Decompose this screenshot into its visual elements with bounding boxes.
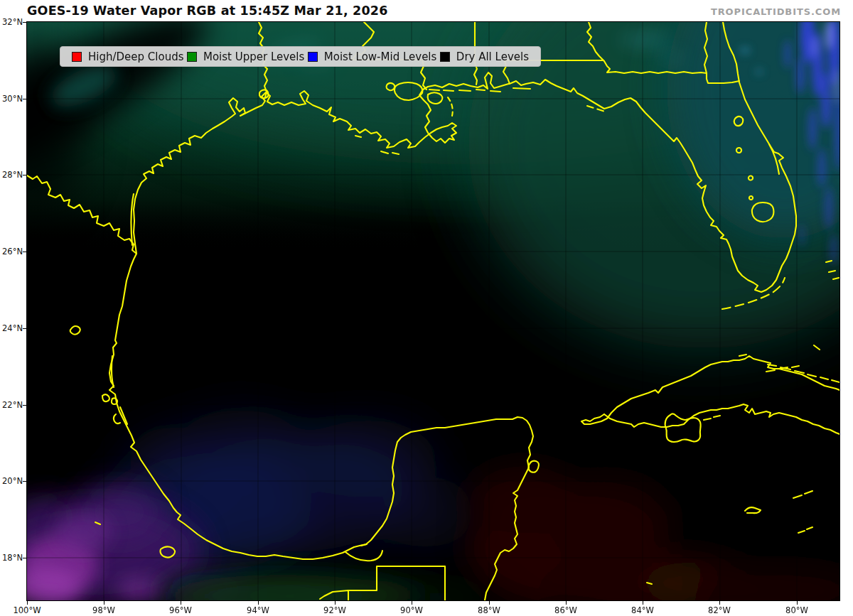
lon-tick-label: 80°W bbox=[776, 605, 818, 615]
lat-tick bbox=[23, 481, 27, 482]
legend-item-dry-all-levels: Dry All Levels bbox=[440, 50, 529, 63]
lat-tick-label: 26°N bbox=[0, 247, 23, 256]
lat-tick bbox=[23, 175, 27, 175]
lat-tick-label: 30°N bbox=[0, 94, 23, 104]
legend-label: Moist Low-Mid Levels bbox=[324, 50, 437, 63]
lat-tick bbox=[23, 252, 27, 252]
lat-tick-label: 28°N bbox=[0, 170, 23, 180]
lat-tick-label: 24°N bbox=[0, 323, 23, 333]
legend-label: Dry All Levels bbox=[456, 50, 529, 63]
lat-tick bbox=[23, 99, 27, 99]
lon-tick-label: 84°W bbox=[621, 605, 664, 615]
lat-tick bbox=[23, 558, 27, 558]
legend-swatch-red bbox=[72, 52, 82, 62]
legend-swatch-green bbox=[187, 52, 197, 62]
lon-tick-label: 88°W bbox=[468, 605, 510, 615]
lon-tick-label: 90°W bbox=[390, 605, 433, 615]
legend-item-moist-low-mid: Moist Low-Mid Levels bbox=[308, 50, 437, 63]
lat-tick-label: 22°N bbox=[0, 400, 23, 410]
lon-tick-label: 82°W bbox=[698, 605, 741, 615]
lon-tick-label: 98°W bbox=[82, 605, 125, 615]
map-canvas bbox=[27, 22, 839, 600]
map-frame: High/Deep Clouds Moist Upper Levels Mois… bbox=[26, 21, 840, 601]
lat-tick-label: 18°N bbox=[0, 553, 23, 563]
legend-label: High/Deep Clouds bbox=[88, 50, 184, 63]
lon-tick bbox=[643, 600, 643, 605]
lat-tick bbox=[23, 405, 27, 406]
lon-tick bbox=[719, 600, 720, 605]
lon-tick bbox=[258, 600, 259, 605]
lon-tick bbox=[412, 600, 412, 605]
legend-bar: High/Deep Clouds Moist Upper Levels Mois… bbox=[60, 46, 541, 67]
lon-tick bbox=[335, 600, 336, 605]
legend-label: Moist Upper Levels bbox=[203, 50, 304, 63]
lon-tick-label: 96°W bbox=[159, 605, 202, 615]
lat-tick bbox=[23, 328, 27, 329]
legend-item-high-deep-clouds: High/Deep Clouds bbox=[72, 50, 184, 63]
lon-tick-label: 92°W bbox=[313, 605, 356, 615]
water-vapor-imagery bbox=[27, 22, 839, 600]
weather-map-page: { "header": { "title": "GOES-19 Water Va… bbox=[0, 0, 853, 616]
legend-swatch-blue bbox=[308, 52, 318, 62]
lat-tick bbox=[23, 22, 27, 23]
lon-tick bbox=[181, 600, 181, 605]
lon-tick-label: 86°W bbox=[544, 605, 587, 615]
watermark-tropicaltidbits: TROPICALTIDBITS.COM bbox=[711, 6, 841, 17]
lon-tick bbox=[27, 600, 28, 605]
lon-tick-label: 100°W bbox=[6, 605, 48, 615]
lon-tick bbox=[566, 600, 567, 605]
legend-item-moist-upper: Moist Upper Levels bbox=[187, 50, 304, 63]
lon-tick-label: 94°W bbox=[237, 605, 279, 615]
lon-tick bbox=[489, 600, 490, 605]
lon-tick bbox=[104, 600, 104, 605]
lon-tick bbox=[797, 600, 798, 605]
page-title: GOES-19 Water Vapor RGB at 15:45Z Mar 21… bbox=[27, 4, 388, 18]
lat-tick-label: 32°N bbox=[0, 17, 23, 27]
legend-swatch-black bbox=[440, 52, 450, 62]
lat-tick-label: 20°N bbox=[0, 476, 23, 486]
